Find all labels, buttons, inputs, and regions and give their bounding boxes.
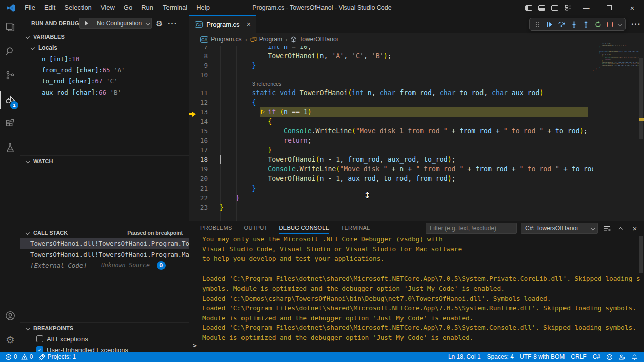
debug-settings-gear-icon[interactable]: ⚙ [156, 19, 163, 28]
stop-dropdown-chevron-icon[interactable] [616, 19, 623, 30]
breadcrumb-item-program[interactable]: Program [250, 36, 282, 43]
code-line-20[interactable]: 20 TowerOfHanoi(n - 1, aux_rod, to_rod, … [189, 174, 593, 184]
settings-gear-icon[interactable]: ⚙ [0, 328, 20, 352]
code-line-text[interactable]: { [220, 117, 272, 126]
line-number[interactable]: 16 [193, 136, 208, 145]
line-number[interactable]: 15 [193, 126, 208, 136]
code-line-text[interactable]: } [220, 193, 240, 203]
line-number[interactable]: 17 [193, 145, 208, 155]
step-over-button[interactable] [556, 19, 567, 30]
code-line-text[interactable]: TowerOfHanoi(n, 'A', 'C', 'B'); [220, 51, 392, 61]
profile-icon[interactable] [616, 352, 628, 362]
call-stack-frame[interactable]: TowersOfHanoi.dll!TowersOfHanoi.Program.… [20, 238, 189, 249]
status-crlf[interactable]: CRLF [568, 352, 589, 362]
code-line-18[interactable]: 18 TowerOfHanoi(n - 1, from_rod, aux_rod… [189, 155, 593, 164]
tab-program-cs[interactable]: C# Program.cs × [189, 15, 256, 33]
code-line-8[interactable]: 8 TowerOfHanoi(n, 'A', 'C', 'B'); [189, 51, 593, 61]
minimize-button[interactable]: — [575, 0, 598, 15]
code-line-9[interactable]: 9 } [189, 61, 593, 70]
toggle-sidebar-icon[interactable] [522, 0, 535, 15]
line-number[interactable]: 12 [193, 98, 208, 107]
explorer-icon[interactable] [0, 15, 20, 39]
toggle-panel-icon[interactable] [535, 0, 548, 15]
codelens-label[interactable]: 3 references [189, 80, 593, 88]
breakpoint-checkbox[interactable] [36, 335, 43, 342]
start-debugging-button[interactable] [80, 18, 93, 28]
code-line-7[interactable]: 7 int n = 10; [189, 46, 593, 51]
code-line-text[interactable]: if (n == 1) [220, 107, 312, 117]
menu-run[interactable]: Run [137, 0, 158, 15]
code-line-text[interactable]: return; [220, 136, 312, 145]
step-out-button[interactable] [580, 19, 591, 30]
menu-file[interactable]: File [20, 0, 40, 15]
watch-section-header[interactable]: WATCH [20, 155, 189, 166]
line-number[interactable]: 9 [193, 61, 208, 70]
menu-edit[interactable]: Edit [40, 0, 60, 15]
breakpoint-row[interactable]: ✓User-Unhandled Exceptions [20, 344, 189, 352]
code-line-16[interactable]: 16 return; [189, 136, 593, 145]
continue-button[interactable] [544, 19, 555, 30]
problems-status[interactable]: 0 0 [2, 352, 36, 362]
code-line-10[interactable]: 10 [189, 70, 593, 80]
line-number[interactable]: 18 [193, 155, 208, 164]
call-stack-section-header[interactable]: CALL STACK Paused on breakpoint [20, 227, 189, 238]
code-line-13[interactable]: 13 if (n == 1) [189, 107, 593, 117]
code-line-22[interactable]: 22 } [189, 193, 593, 203]
maximize-panel-chevron-icon[interactable] [616, 223, 626, 234]
line-number[interactable]: 7 [193, 46, 208, 51]
code-line-text[interactable]: } [220, 61, 256, 70]
panel-tab-problems[interactable]: PROBLEMS [200, 221, 232, 235]
debug-console-output[interactable]: You may only use the Microsoft .NET Core… [202, 221, 637, 352]
search-icon[interactable] [0, 39, 20, 63]
menu-view[interactable]: View [96, 0, 119, 15]
run-and-debug-icon[interactable]: 1 [0, 87, 20, 112]
clear-console-icon[interactable] [602, 223, 612, 234]
breadcrumb-item-program-cs[interactable]: C#Program.cs [200, 36, 242, 43]
variable-row[interactable]: n [int]: 10 [20, 53, 189, 64]
toolbar-gripper-icon[interactable] [532, 19, 543, 30]
call-stack-frame[interactable]: TowersOfHanoi.dll!TowersOfHanoi.Program.… [20, 249, 189, 260]
minimap[interactable]: int n = 10; TowerOfHanoi(n, 'A', 'C', 'B… [593, 43, 639, 221]
line-number[interactable]: 20 [193, 174, 208, 184]
breakpoints-section-header[interactable]: BREAKPOINTS [20, 322, 189, 333]
call-stack-frame[interactable]: [External Code]Unknown Source0 [20, 260, 189, 271]
line-number[interactable]: 8 [193, 51, 208, 61]
status-spaces-4[interactable]: Spaces: 4 [484, 352, 517, 362]
line-number[interactable]: 22 [193, 193, 208, 203]
bell-icon[interactable] [628, 352, 641, 362]
code-line-text[interactable]: } [220, 203, 224, 212]
line-number[interactable]: 11 [193, 88, 208, 98]
breakpoint-checkbox[interactable]: ✓ [36, 346, 43, 352]
menu-terminal[interactable]: Terminal [158, 0, 192, 15]
close-panel-icon[interactable]: × [630, 223, 640, 234]
variables-section-header[interactable]: VARIABLES [20, 31, 189, 42]
console-prompt-chevron[interactable]: > [193, 342, 197, 349]
code-line-text[interactable]: } [220, 184, 256, 193]
extensions-icon[interactable] [0, 112, 20, 136]
panel-tab-terminal[interactable]: TERMINAL [341, 221, 370, 235]
status-utf-8-with-bom[interactable]: UTF-8 with BOM [517, 352, 568, 362]
line-number[interactable]: 23 [193, 203, 208, 212]
toggle-secondary-sidebar-icon[interactable] [548, 0, 561, 15]
feedback-icon[interactable] [603, 352, 616, 362]
code-line-23[interactable]: 23} [189, 203, 593, 212]
menu-go[interactable]: Go [119, 0, 137, 15]
status-c-[interactable]: C# [590, 352, 603, 362]
stop-button[interactable] [604, 19, 615, 30]
code-line-17[interactable]: 17 } [189, 145, 593, 155]
menu-selection[interactable]: Selection [60, 0, 96, 15]
maximize-button[interactable] [598, 0, 621, 15]
variables-scope-row[interactable]: Locals [20, 42, 189, 53]
panel-tab-output[interactable]: OUTPUT [244, 221, 268, 235]
code-line-text[interactable]: } [220, 145, 272, 155]
debug-configuration-dropdown[interactable]: No Configuration [93, 18, 151, 28]
tab-close-icon[interactable]: × [247, 20, 251, 28]
code-line-text[interactable]: static void TowerOfHanoi(int n, char fro… [220, 88, 543, 98]
panel-tab-debug-console[interactable]: DEBUG CONSOLE [279, 221, 330, 235]
code-line-14[interactable]: 14 { [189, 117, 593, 126]
testing-icon[interactable] [0, 136, 20, 160]
code-line-text[interactable]: TowerOfHanoi(n - 1, from_rod, aux_rod, t… [220, 155, 456, 164]
close-window-button[interactable]: × [621, 0, 644, 15]
code-area[interactable]: 7 int n = 10;8 TowerOfHanoi(n, 'A', 'C',… [189, 46, 593, 221]
code-line-text[interactable]: TowerOfHanoi(n - 1, aux_rod, to_rod, fro… [220, 174, 456, 184]
